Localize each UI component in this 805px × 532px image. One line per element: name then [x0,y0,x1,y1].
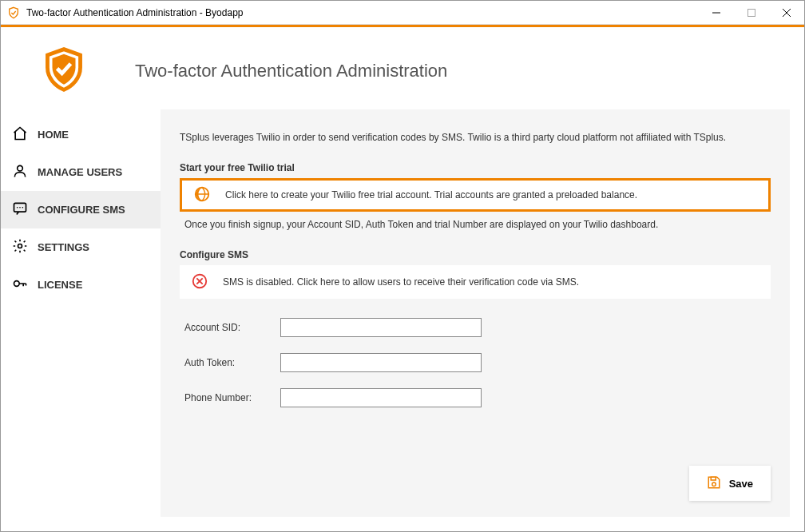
twilio-trial-link[interactable]: Click here to create your Twilio free tr… [180,178,771,212]
phone-number-input[interactable] [280,388,482,407]
window-title: Two-factor Authentication Administration… [26,7,699,18]
sidebar-item-license[interactable]: LICENSE [1,266,161,304]
sidebar-item-settings[interactable]: SETTINGS [1,228,161,266]
account-sid-input[interactable] [280,318,482,337]
trial-after-text: Once you finish signup, your Account SID… [184,219,766,230]
sms-status-text: SMS is disabled. Click here to allow use… [223,276,579,288]
key-icon [12,276,28,294]
sidebar: HOME MANAGE USERS CONFIGURE SMS SETTINGS… [1,109,161,531]
sidebar-item-manage-users[interactable]: MANAGE USERS [1,153,161,191]
content-panel: TSplus leverages Twilio in order to send… [161,109,790,517]
svg-point-10 [14,281,20,287]
configure-heading: Configure SMS [180,249,771,260]
globe-icon [193,185,211,205]
account-sid-label: Account SID: [184,322,280,333]
sidebar-item-home[interactable]: HOME [1,116,161,153]
phone-number-label: Phone Number: [184,392,280,403]
auth-token-row: Auth Token: [184,353,771,372]
save-button[interactable]: Save [689,466,771,501]
intro-text: TSplus leverages Twilio in order to send… [180,132,771,143]
phone-number-row: Phone Number: [184,388,771,407]
sidebar-item-configure-sms[interactable]: CONFIGURE SMS [1,191,161,228]
sidebar-item-label: LICENSE [38,279,82,291]
svg-rect-1 [748,9,755,16]
user-icon [12,163,28,181]
titlebar: Two-factor Authentication Administration… [1,1,804,25]
svg-point-4 [18,165,23,171]
svg-point-6 [17,207,18,208]
maximize-button[interactable] [734,1,769,25]
save-icon [707,475,721,492]
sidebar-item-label: CONFIGURE SMS [38,204,125,216]
page-title: Two-factor Authentication Administration [135,61,447,81]
trial-link-text: Click here to create your Twilio free tr… [225,189,637,200]
auth-token-input[interactable] [280,353,482,372]
close-button[interactable] [769,1,804,25]
sms-icon [12,200,28,219]
save-button-label: Save [729,478,753,490]
sidebar-item-label: SETTINGS [38,241,89,253]
home-icon [12,125,28,144]
sidebar-item-label: MANAGE USERS [38,166,122,178]
svg-point-9 [18,244,22,248]
account-sid-row: Account SID: [184,318,771,337]
svg-point-7 [19,207,21,208]
auth-token-label: Auth Token: [184,357,280,368]
svg-point-14 [712,482,716,486]
app-icon [7,6,20,19]
gear-icon [12,238,28,256]
error-circle-icon [191,272,208,292]
sidebar-item-label: HOME [38,129,69,141]
shield-logo-icon [41,46,87,95]
trial-heading: Start your free Twilio trial [180,162,771,173]
minimize-button[interactable] [699,1,734,25]
header: Two-factor Authentication Administration [1,27,804,109]
svg-rect-13 [711,477,716,480]
svg-point-8 [22,207,24,208]
sms-status-toggle[interactable]: SMS is disabled. Click here to allow use… [180,265,771,299]
